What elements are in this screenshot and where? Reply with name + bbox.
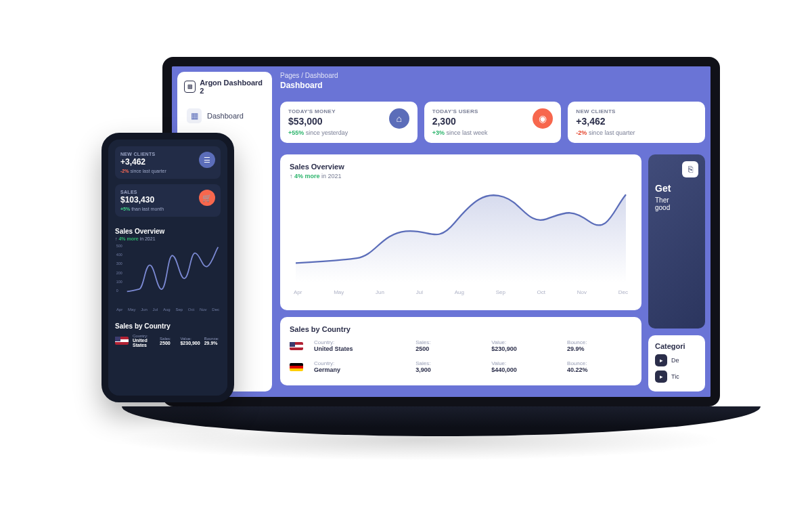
month-label: May	[334, 289, 344, 295]
month-label: Aug	[163, 308, 171, 312]
stat-delta: +55% since yesterday	[288, 129, 348, 136]
promo-body: Ther	[655, 196, 698, 204]
topbar: Pages / Dashboard Dashboard	[280, 72, 705, 96]
month-label: Dec	[212, 308, 219, 312]
cell-bounce: Bounce:29.9%	[567, 339, 632, 352]
phone-stat-clients[interactable]: NEW CLIENTS +3,462 -2% since last quarte…	[115, 146, 221, 179]
phone-sales-chart: 5004003002001000	[115, 241, 221, 305]
stat-label: NEW CLIENTS	[576, 108, 635, 114]
cart-icon: 🛒	[199, 190, 215, 206]
category-label: Tic	[671, 373, 679, 380]
month-label: Nov	[200, 308, 207, 312]
month-label: Sep	[175, 308, 183, 312]
cell-country: Country:United States	[314, 339, 405, 352]
card-subtitle: ↑ 4% more in 2021	[290, 173, 632, 179]
month-label: Apr	[294, 289, 302, 295]
phone-stat-sales[interactable]: SALES $103,430 +5% than last month 🛒	[115, 184, 221, 217]
promo-icon: ⎘	[682, 161, 698, 177]
stat-value: +3,462	[120, 157, 166, 167]
stat-cards: TODAY'S MONEY $53,000 +55% since yesterd…	[280, 102, 705, 143]
phone-app-root: NEW CLIENTS +3,462 -2% since last quarte…	[108, 140, 227, 396]
cell-bounce: Bounce:40.22%	[567, 360, 632, 373]
brand-label: Argon Dashboard 2	[200, 79, 265, 95]
stat-value: +3,462	[576, 116, 635, 127]
card-subtitle: ↑ 4% more in 2021	[115, 236, 221, 241]
stat-delta: -2% since last quarter	[576, 129, 635, 136]
month-label: Jul	[416, 289, 423, 295]
svg-text:500: 500	[116, 244, 122, 248]
category-icon: ▸	[655, 354, 667, 366]
month-label: Aug	[455, 289, 464, 295]
stat-label: NEW CLIENTS	[120, 152, 166, 156]
category-item[interactable]: ▸De	[655, 352, 698, 368]
sidebar-item-label: Dashboard	[207, 112, 244, 120]
promo-title: Get	[655, 183, 698, 194]
breadcrumb: Pages / Dashboard	[280, 72, 705, 79]
sidebar-item-dashboard[interactable]: ▦ Dashboard	[184, 104, 265, 127]
month-label: Jun	[376, 289, 384, 295]
stat-delta: +5% than last month	[120, 207, 164, 211]
laptop-base	[122, 406, 761, 436]
brand[interactable]: ⊞ Argon Dashboard 2	[184, 79, 265, 95]
sales-overview-chart	[290, 179, 632, 288]
laptop-screen: ⊞ Argon Dashboard 2 ▦ Dashboard Pages / …	[162, 57, 720, 406]
stat-delta: +3% since last week	[432, 129, 488, 136]
table-row[interactable]: Country:United States Sales:2500 Value:$…	[115, 331, 221, 347]
category-item[interactable]: ▸Tic	[655, 368, 698, 385]
month-label: Nov	[577, 289, 587, 295]
month-label: Dec	[618, 289, 628, 295]
table-row[interactable]: Country:GermanySales:3,900Value:$440,000…	[290, 356, 632, 377]
month-label: Sep	[496, 289, 505, 295]
svg-text:400: 400	[116, 253, 122, 257]
month-label: Jul	[153, 308, 158, 312]
category-icon: ▸	[655, 371, 667, 383]
cell-value: Value:$230,900	[491, 339, 556, 352]
table-row[interactable]: Country:United StatesSales:2500Value:$23…	[290, 335, 632, 356]
chart-x-axis: AprMayJunJulAugSepOctNovDec	[115, 308, 221, 312]
laptop-frame: ⊞ Argon Dashboard 2 ▦ Dashboard Pages / …	[162, 57, 720, 436]
flag-icon	[115, 337, 129, 345]
month-label: Oct	[537, 289, 545, 295]
svg-text:0: 0	[116, 289, 118, 293]
promo-body: good	[655, 204, 698, 211]
stat-users[interactable]: TODAY'S USERS 2,300 +3% since last week …	[424, 102, 562, 143]
category-label: De	[671, 357, 679, 364]
globe-icon: ◉	[533, 108, 553, 129]
side-column: ⎘ Get Ther good Categori ▸De▸Tic	[648, 154, 705, 391]
phone-frame: NEW CLIENTS +3,462 -2% since last quarte…	[102, 133, 234, 402]
month-label: May	[128, 308, 135, 312]
svg-text:100: 100	[116, 280, 122, 284]
card-title: Sales by Country	[115, 322, 221, 330]
phone-sales-overview: Sales Overview ↑ 4% more in 2021 5004003…	[115, 222, 221, 317]
promo-card[interactable]: ⎘ Get Ther good	[648, 154, 705, 329]
chart-x-axis: AprMayJunJulAugSepOctNovDec	[290, 289, 632, 295]
brand-icon: ⊞	[184, 81, 196, 93]
stat-value: $103,430	[120, 195, 164, 205]
cell-value: Value:$440,000	[491, 360, 556, 373]
wallet-icon: ⌂	[389, 108, 409, 129]
stat-label: TODAY'S USERS	[432, 108, 488, 114]
stat-value: 2,300	[432, 116, 488, 127]
users-icon: ☰	[199, 152, 215, 168]
stat-clients[interactable]: NEW CLIENTS +3,462 -2% since last quarte…	[568, 102, 705, 143]
month-label: Oct	[188, 308, 194, 312]
stat-money[interactable]: TODAY'S MONEY $53,000 +55% since yesterd…	[280, 102, 418, 143]
cell-sales: Sales:3,900	[415, 360, 480, 373]
cell-country: Country:Germany	[314, 360, 405, 373]
stat-label: SALES	[120, 190, 164, 194]
card-title: Sales Overview	[290, 163, 632, 171]
app-root: ⊞ Argon Dashboard 2 ▦ Dashboard Pages / …	[172, 66, 710, 397]
sales-by-country-card: Sales by Country Country:United StatesSa…	[280, 317, 641, 385]
month-label: Jun	[141, 308, 148, 312]
flag-icon	[290, 363, 303, 371]
month-label: Apr	[116, 308, 122, 312]
main-content: Sales Overview ↑ 4% more in 2021 AprMayJ…	[280, 154, 705, 391]
card-title: Categori	[655, 342, 698, 350]
categories-card: Categori ▸De▸Tic	[648, 335, 705, 391]
sales-overview-card: Sales Overview ↑ 4% more in 2021 AprMayJ…	[280, 154, 641, 310]
stat-value: $53,000	[288, 116, 348, 127]
cell-sales: Sales:2500	[415, 339, 480, 352]
page-title: Dashboard	[280, 81, 705, 90]
card-title: Sales Overview	[115, 228, 221, 235]
card-title: Sales by Country	[290, 325, 632, 333]
